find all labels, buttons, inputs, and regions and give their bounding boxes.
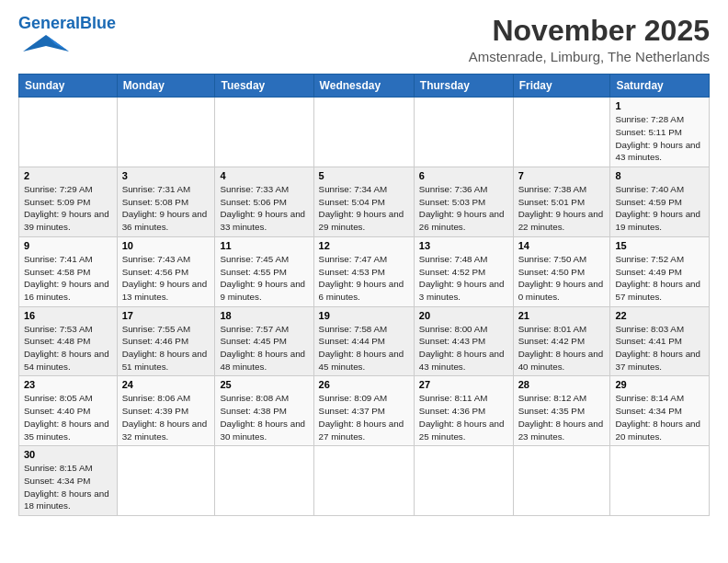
calendar-cell: 4Sunrise: 7:33 AMSunset: 5:06 PMDaylight…: [215, 167, 313, 237]
calendar-cell: 18Sunrise: 7:57 AMSunset: 4:45 PMDayligh…: [215, 306, 313, 376]
subtitle: Amstenrade, Limburg, The Netherlands: [469, 49, 710, 64]
day-number: 14: [518, 240, 606, 251]
col-saturday: Saturday: [610, 75, 710, 98]
col-wednesday: Wednesday: [313, 75, 414, 98]
calendar-cell: 21Sunrise: 8:01 AMSunset: 4:42 PMDayligh…: [513, 306, 610, 376]
day-info: Sunrise: 8:08 AMSunset: 4:38 PMDaylight:…: [220, 392, 308, 442]
day-number: 25: [220, 379, 308, 390]
calendar-cell: 14Sunrise: 7:50 AMSunset: 4:50 PMDayligh…: [513, 236, 610, 306]
calendar-cell: 16Sunrise: 7:53 AMSunset: 4:48 PMDayligh…: [19, 306, 118, 376]
day-info: Sunrise: 8:00 AMSunset: 4:43 PMDaylight:…: [419, 323, 508, 373]
day-info: Sunrise: 7:33 AMSunset: 5:06 PMDaylight:…: [220, 183, 308, 234]
calendar-cell: 1Sunrise: 7:28 AMSunset: 5:11 PMDaylight…: [610, 98, 710, 167]
day-number: 8: [615, 170, 704, 181]
calendar-week-1: 1Sunrise: 7:28 AMSunset: 5:11 PMDaylight…: [19, 98, 710, 167]
calendar-cell: 27Sunrise: 8:11 AMSunset: 4:36 PMDayligh…: [414, 376, 513, 446]
day-number: 15: [615, 240, 704, 251]
calendar-cell: 23Sunrise: 8:05 AMSunset: 4:40 PMDayligh…: [19, 376, 118, 446]
calendar-cell: 7Sunrise: 7:38 AMSunset: 5:01 PMDaylight…: [513, 167, 610, 237]
logo-blue: Blue: [80, 14, 116, 32]
col-friday: Friday: [513, 75, 610, 98]
day-info: Sunrise: 8:12 AMSunset: 4:35 PMDaylight:…: [518, 392, 606, 442]
calendar-cell: 22Sunrise: 8:03 AMSunset: 4:41 PMDayligh…: [610, 306, 710, 376]
logo-text: GeneralBlue: [18, 15, 116, 31]
day-info: Sunrise: 7:29 AMSunset: 5:09 PMDaylight:…: [24, 183, 112, 234]
col-thursday: Thursday: [414, 75, 513, 98]
calendar-cell: 17Sunrise: 7:55 AMSunset: 4:46 PMDayligh…: [117, 306, 215, 376]
calendar-cell: 6Sunrise: 7:36 AMSunset: 5:03 PMDaylight…: [414, 167, 513, 237]
day-number: 13: [419, 240, 508, 251]
day-number: 22: [615, 310, 704, 321]
calendar-week-3: 9Sunrise: 7:41 AMSunset: 4:58 PMDaylight…: [19, 236, 710, 306]
day-number: 5: [319, 170, 409, 181]
calendar-cell: [19, 98, 118, 167]
calendar-cell: 3Sunrise: 7:31 AMSunset: 5:08 PMDaylight…: [117, 167, 215, 237]
day-number: 24: [122, 379, 210, 390]
calendar-header: Sunday Monday Tuesday Wednesday Thursday…: [19, 75, 710, 98]
calendar-cell: [215, 446, 313, 516]
header: GeneralBlue November 2025 Amstenrade, Li…: [18, 15, 710, 64]
calendar-cell: 9Sunrise: 7:41 AMSunset: 4:58 PMDaylight…: [19, 236, 118, 306]
calendar-week-5: 23Sunrise: 8:05 AMSunset: 4:40 PMDayligh…: [19, 376, 710, 446]
day-number: 21: [518, 310, 606, 321]
calendar-cell: 10Sunrise: 7:43 AMSunset: 4:56 PMDayligh…: [117, 236, 215, 306]
calendar-cell: [313, 98, 414, 167]
calendar-cell: [513, 98, 610, 167]
page: GeneralBlue November 2025 Amstenrade, Li…: [0, 0, 728, 563]
day-number: 16: [24, 310, 112, 321]
day-number: 26: [319, 379, 409, 390]
day-info: Sunrise: 7:50 AMSunset: 4:50 PMDaylight:…: [518, 253, 606, 304]
calendar-cell: 5Sunrise: 7:34 AMSunset: 5:04 PMDaylight…: [313, 167, 414, 237]
logo-general: General: [18, 14, 80, 32]
day-info: Sunrise: 7:55 AMSunset: 4:46 PMDaylight:…: [122, 323, 210, 373]
day-info: Sunrise: 7:36 AMSunset: 5:03 PMDaylight:…: [419, 183, 508, 234]
day-info: Sunrise: 7:57 AMSunset: 4:45 PMDaylight:…: [220, 323, 308, 373]
day-info: Sunrise: 8:14 AMSunset: 4:34 PMDaylight:…: [615, 392, 704, 442]
header-row: Sunday Monday Tuesday Wednesday Thursday…: [19, 75, 710, 98]
day-number: 3: [122, 170, 210, 181]
day-info: Sunrise: 8:06 AMSunset: 4:39 PMDaylight:…: [122, 392, 210, 442]
calendar-cell: 26Sunrise: 8:09 AMSunset: 4:37 PMDayligh…: [313, 376, 414, 446]
day-info: Sunrise: 7:34 AMSunset: 5:04 PMDaylight:…: [319, 183, 409, 234]
calendar-week-4: 16Sunrise: 7:53 AMSunset: 4:48 PMDayligh…: [19, 306, 710, 376]
day-number: 29: [615, 379, 704, 390]
col-sunday: Sunday: [19, 75, 118, 98]
day-info: Sunrise: 8:03 AMSunset: 4:41 PMDaylight:…: [615, 323, 704, 373]
day-info: Sunrise: 8:05 AMSunset: 4:40 PMDaylight:…: [24, 392, 112, 442]
calendar-cell: [513, 446, 610, 516]
day-info: Sunrise: 7:40 AMSunset: 4:59 PMDaylight:…: [615, 183, 704, 234]
calendar-cell: [414, 446, 513, 516]
day-number: 11: [220, 240, 308, 251]
calendar-cell: 25Sunrise: 8:08 AMSunset: 4:38 PMDayligh…: [215, 376, 313, 446]
calendar-cell: 2Sunrise: 7:29 AMSunset: 5:09 PMDaylight…: [19, 167, 118, 237]
day-number: 23: [24, 379, 112, 390]
day-info: Sunrise: 7:41 AMSunset: 4:58 PMDaylight:…: [24, 253, 112, 304]
day-info: Sunrise: 7:47 AMSunset: 4:53 PMDaylight:…: [319, 253, 409, 304]
day-number: 19: [319, 310, 409, 321]
calendar-cell: 30Sunrise: 8:15 AMSunset: 4:34 PMDayligh…: [19, 446, 118, 516]
calendar-body: 1Sunrise: 7:28 AMSunset: 5:11 PMDaylight…: [19, 98, 710, 516]
day-info: Sunrise: 7:31 AMSunset: 5:08 PMDaylight:…: [122, 183, 210, 234]
day-info: Sunrise: 8:11 AMSunset: 4:36 PMDaylight:…: [419, 392, 508, 442]
day-number: 12: [319, 240, 409, 251]
calendar-cell: 12Sunrise: 7:47 AMSunset: 4:53 PMDayligh…: [313, 236, 414, 306]
calendar-week-2: 2Sunrise: 7:29 AMSunset: 5:09 PMDaylight…: [19, 167, 710, 237]
calendar-cell: 28Sunrise: 8:12 AMSunset: 4:35 PMDayligh…: [513, 376, 610, 446]
col-monday: Monday: [117, 75, 215, 98]
day-info: Sunrise: 8:09 AMSunset: 4:37 PMDaylight:…: [319, 392, 409, 442]
day-info: Sunrise: 7:58 AMSunset: 4:44 PMDaylight:…: [319, 323, 409, 373]
calendar-cell: 29Sunrise: 8:14 AMSunset: 4:34 PMDayligh…: [610, 376, 710, 446]
day-number: 30: [24, 449, 112, 460]
day-info: Sunrise: 8:01 AMSunset: 4:42 PMDaylight:…: [518, 323, 606, 373]
calendar-table: Sunday Monday Tuesday Wednesday Thursday…: [18, 74, 710, 516]
calendar-cell: 24Sunrise: 8:06 AMSunset: 4:39 PMDayligh…: [117, 376, 215, 446]
svg-marker-0: [23, 35, 69, 52]
day-info: Sunrise: 7:52 AMSunset: 4:49 PMDaylight:…: [615, 253, 704, 304]
calendar-cell: 8Sunrise: 7:40 AMSunset: 4:59 PMDaylight…: [610, 167, 710, 237]
day-info: Sunrise: 7:53 AMSunset: 4:48 PMDaylight:…: [24, 323, 112, 373]
calendar-cell: [117, 98, 215, 167]
day-info: Sunrise: 8:15 AMSunset: 4:34 PMDaylight:…: [24, 462, 112, 512]
calendar-cell: 11Sunrise: 7:45 AMSunset: 4:55 PMDayligh…: [215, 236, 313, 306]
calendar-cell: 13Sunrise: 7:48 AMSunset: 4:52 PMDayligh…: [414, 236, 513, 306]
day-number: 18: [220, 310, 308, 321]
